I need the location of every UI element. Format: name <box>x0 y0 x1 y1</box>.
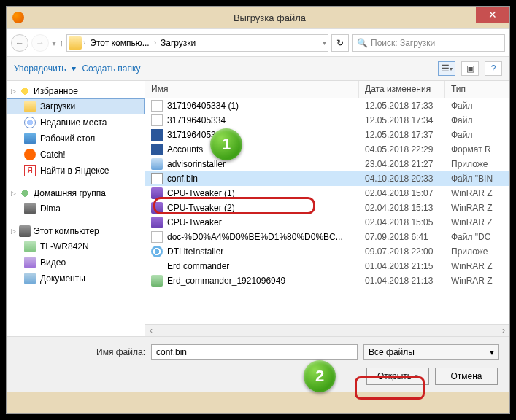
sidebar-item[interactable]: Документы <box>7 271 145 287</box>
scroll-right-icon[interactable]: › <box>498 325 509 336</box>
firefox-icon <box>12 12 24 23</box>
file-row[interactable]: advisorinstaller23.04.2018 21:27Приложе <box>145 157 509 171</box>
file-icon <box>151 114 163 126</box>
file-row[interactable]: 31719640533412.05.2018 17:37Файл <box>145 128 509 142</box>
sidebar-item[interactable]: Dima <box>7 201 145 217</box>
file-date: 09.07.2018 22:00 <box>359 246 445 257</box>
view-options-button[interactable]: ☰ ▾ <box>438 61 455 76</box>
file-icon <box>151 202 163 214</box>
cancel-button[interactable]: Отмена <box>435 368 498 385</box>
scroll-left-icon[interactable]: ‹ <box>145 325 157 336</box>
file-dialog-window: Выгрузка файла ✕ ← → ▾ ↑ › Этот компью..… <box>6 6 510 414</box>
sidebar-item-label: Документы <box>40 273 85 284</box>
file-icon <box>151 246 163 257</box>
sidebar-item[interactable]: Рабочий стол <box>7 131 145 147</box>
search-icon: 🔍 <box>357 38 368 48</box>
file-icon <box>151 100 163 112</box>
up-button[interactable]: ↑ <box>59 38 63 48</box>
file-type: WinRAR Z <box>445 217 509 228</box>
sidebar-item-icon <box>24 241 36 252</box>
open-button[interactable]: Открыть ▾ <box>366 368 429 385</box>
file-row[interactable]: DTLiteInstaller09.07.2018 22:00Приложе <box>145 244 509 259</box>
file-date: 12.05.2018 17:33 <box>359 101 445 111</box>
close-button[interactable]: ✕ <box>476 7 509 23</box>
file-name: 317196405334 <box>167 115 226 125</box>
sidebar-item-label: Загрузки <box>40 101 75 112</box>
file-row[interactable]: Erd commander01.04.2018 21:15WinRAR Z <box>145 259 509 273</box>
file-type: WinRAR Z <box>445 261 509 271</box>
preview-pane-button[interactable]: ▣ <box>461 61 479 76</box>
chevron-down-icon[interactable]: ▾ <box>323 39 326 47</box>
file-name: DTLiteInstaller <box>167 246 223 257</box>
breadcrumb-item[interactable]: Загрузки <box>158 36 199 50</box>
file-type-select[interactable]: Все файлы ▾ <box>363 344 499 360</box>
filename-input[interactable] <box>151 344 358 360</box>
sidebar-group-title[interactable]: ▷Этот компьютер <box>7 224 145 238</box>
title-bar: Выгрузка файла ✕ <box>7 7 509 28</box>
file-row[interactable]: conf.bin04.10.2018 20:33Файл "BIN <box>145 171 509 186</box>
sidebar-group-title[interactable]: ▷Избранное <box>7 84 145 98</box>
horizontal-scrollbar[interactable]: ‹ › <box>145 324 509 336</box>
file-name: 317196405334 (1) <box>167 101 239 111</box>
group-icon <box>19 85 31 97</box>
file-row[interactable]: CPU-Tweaker (1)02.04.2018 15:07WinRAR Z <box>145 186 509 201</box>
file-row[interactable]: doc-%D0%A4%D0%BE%D1%80%D0%BC...07.09.201… <box>145 230 509 244</box>
file-icon <box>151 158 163 170</box>
file-date: 01.04.2018 21:15 <box>359 261 445 271</box>
file-date: 02.04.2018 15:13 <box>359 203 445 213</box>
file-type: WinRAR Z <box>445 203 509 213</box>
file-type: Приложе <box>445 246 509 257</box>
sidebar: ▷ИзбранноеЗагрузкиНедавние местаРабочий … <box>7 81 145 336</box>
file-icon <box>151 260 163 272</box>
chevron-right-icon: › <box>83 39 85 47</box>
file-date: 02.04.2018 15:05 <box>359 217 445 228</box>
file-icon <box>151 231 163 243</box>
file-name: Erd commander <box>167 261 229 271</box>
refresh-button[interactable]: ↻ <box>331 34 349 52</box>
sidebar-item[interactable]: Загрузки <box>7 98 145 114</box>
file-row[interactable]: 31719640533412.05.2018 17:34Файл <box>145 113 509 128</box>
file-date: 04.10.2018 20:33 <box>359 174 445 184</box>
file-name: Erd_commander_1921096949 <box>167 276 285 286</box>
sidebar-item[interactable]: ЯНайти в Яндексе <box>7 163 145 179</box>
file-row[interactable]: 317196405334 (1)12.05.2018 17:33Файл <box>145 98 509 113</box>
breadcrumb-bar[interactable]: › Этот компью... › Загрузки ▾ <box>66 34 328 52</box>
column-type[interactable]: Тип <box>445 81 509 98</box>
file-type: Файл "BIN <box>445 174 509 184</box>
organize-menu[interactable]: Упорядочить <box>14 63 66 74</box>
file-row[interactable]: CPU-Tweaker02.04.2018 15:05WinRAR Z <box>145 215 509 230</box>
sidebar-item-icon <box>24 203 36 214</box>
sidebar-item[interactable]: Catch! <box>7 147 145 163</box>
column-name[interactable]: Имя <box>145 81 359 98</box>
content-area: ▷ИзбранноеЗагрузкиНедавние местаРабочий … <box>7 81 509 336</box>
sidebar-item-icon <box>24 101 36 112</box>
sidebar-item[interactable]: TL-WR842N <box>7 238 145 254</box>
file-type: Файл <box>445 115 509 125</box>
split-dropdown-icon[interactable]: ▾ <box>415 373 418 380</box>
filename-label: Имя файла: <box>17 347 145 357</box>
sidebar-group-title[interactable]: ▷Домашняя группа <box>7 186 145 201</box>
file-row[interactable]: Erd_commander_192109694901.04.2018 21:13… <box>145 273 509 288</box>
sidebar-item-icon <box>24 257 36 268</box>
sidebar-item-label: Видео <box>40 257 66 268</box>
file-type-value: Все файлы <box>369 347 415 357</box>
sidebar-item[interactable]: Видео <box>7 254 145 271</box>
file-icon <box>151 144 163 155</box>
forward-button[interactable]: → <box>31 34 49 52</box>
new-folder-button[interactable]: Создать папку <box>82 63 140 74</box>
help-button[interactable]: ? <box>485 61 502 76</box>
breadcrumb-item[interactable]: Этот компью... <box>87 36 152 50</box>
history-dropdown-icon[interactable]: ▾ <box>52 38 56 48</box>
search-input[interactable]: 🔍 Поиск: Загрузки <box>352 34 505 52</box>
sidebar-item[interactable]: Недавние места <box>7 114 145 131</box>
column-date[interactable]: Дата изменения <box>359 81 445 98</box>
back-button[interactable]: ← <box>11 34 28 52</box>
toolbar: Упорядочить ▾ Создать папку ☰ ▾ ▣ ? <box>7 56 509 81</box>
file-row[interactable]: CPU-Tweaker (2)02.04.2018 15:13WinRAR Z <box>145 201 509 215</box>
file-list-header: Имя Дата изменения Тип <box>145 81 509 98</box>
file-type: Приложе <box>445 159 509 169</box>
file-icon <box>151 187 163 199</box>
file-icon <box>151 173 163 184</box>
chevron-down-icon: ▾ <box>490 347 494 357</box>
file-row[interactable]: Accounts04.05.2018 22:29Формат R <box>145 142 509 157</box>
